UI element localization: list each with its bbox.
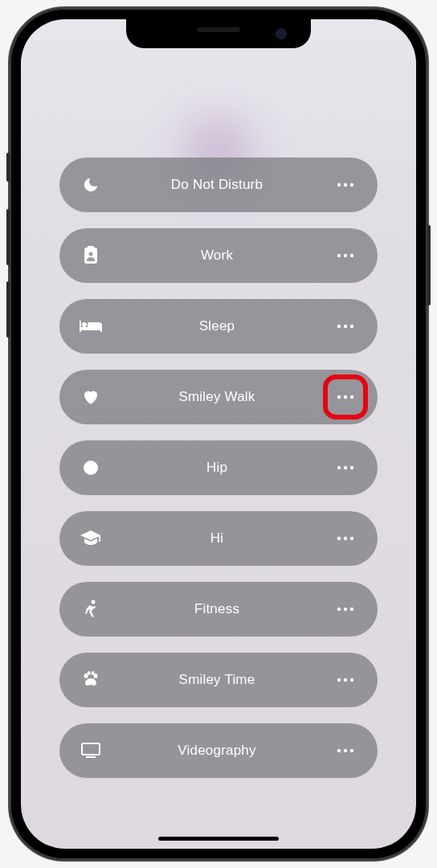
svg-point-8	[350, 254, 353, 257]
focus-item-fitness[interactable]: Fitness	[59, 582, 378, 637]
svg-point-2	[350, 183, 353, 186]
svg-point-26	[92, 600, 96, 604]
badge-icon	[79, 244, 103, 268]
focus-label: Videography	[103, 743, 331, 759]
svg-point-21	[344, 466, 347, 469]
svg-point-15	[350, 325, 353, 328]
svg-point-34	[337, 678, 341, 682]
focus-label: Smiley Time	[103, 672, 331, 688]
svg-point-39	[337, 749, 341, 752]
focus-item-hi[interactable]: Hi	[59, 511, 378, 566]
svg-point-14	[344, 325, 347, 328]
focus-item-do-not-disturb[interactable]: Do Not Disturb	[59, 158, 378, 212]
moon-icon	[79, 173, 103, 197]
runner-icon	[79, 597, 103, 621]
more-button[interactable]	[331, 665, 360, 694]
svg-point-6	[337, 254, 341, 257]
more-button[interactable]	[331, 524, 360, 553]
more-button[interactable]	[331, 736, 360, 765]
svg-point-5	[89, 252, 93, 256]
focus-label: Fitness	[103, 601, 331, 617]
speaker	[197, 27, 240, 32]
svg-point-35	[344, 678, 347, 682]
more-button[interactable]	[331, 595, 360, 624]
svg-point-20	[337, 466, 341, 469]
svg-point-31	[94, 674, 98, 678]
front-camera	[276, 28, 287, 39]
focus-item-smiley-walk[interactable]: Smiley Walk	[59, 370, 378, 424]
svg-point-27	[337, 608, 341, 611]
focus-item-smiley-time[interactable]: Smiley Time	[59, 653, 378, 707]
svg-point-25	[350, 537, 353, 540]
svg-point-19	[84, 461, 98, 475]
power-button	[427, 225, 431, 305]
circle-icon	[79, 456, 103, 480]
notch	[126, 19, 311, 48]
heart-icon	[79, 385, 103, 409]
svg-point-29	[350, 608, 353, 611]
paw-icon	[79, 668, 103, 692]
focus-item-videography[interactable]: Videography	[59, 723, 378, 778]
graduation-icon	[79, 526, 103, 551]
svg-point-40	[344, 749, 347, 752]
focus-label: Work	[103, 248, 331, 264]
more-button[interactable]	[331, 241, 360, 270]
display-icon	[79, 739, 103, 763]
svg-point-28	[344, 608, 347, 611]
more-button[interactable]	[331, 312, 360, 341]
svg-rect-9	[80, 327, 102, 330]
svg-point-12	[82, 322, 87, 327]
focus-label: Smiley Walk	[103, 389, 331, 405]
svg-point-24	[344, 537, 347, 540]
focus-label: Hi	[103, 530, 331, 547]
home-indicator[interactable]	[158, 837, 279, 841]
focus-item-work[interactable]: Work	[59, 228, 378, 283]
svg-point-32	[88, 671, 91, 675]
svg-point-13	[337, 325, 341, 328]
focus-label: Hip	[103, 460, 331, 476]
svg-point-30	[84, 674, 88, 678]
focus-label: Do Not Disturb	[103, 177, 331, 193]
svg-rect-37	[82, 743, 100, 755]
bed-icon	[79, 314, 103, 338]
svg-point-16	[337, 395, 341, 399]
svg-point-36	[350, 678, 353, 682]
svg-point-22	[350, 466, 353, 469]
svg-rect-4	[88, 246, 94, 249]
svg-point-23	[337, 537, 341, 540]
focus-label: Sleep	[103, 318, 331, 334]
svg-point-17	[344, 395, 347, 399]
volume-up	[6, 209, 10, 265]
focus-item-hip[interactable]: Hip	[59, 440, 378, 495]
svg-point-7	[344, 254, 347, 257]
focus-list: Do Not Disturb Work Slee	[21, 19, 416, 849]
more-button[interactable]	[331, 383, 360, 411]
silence-switch	[6, 153, 10, 182]
svg-point-1	[344, 183, 347, 186]
svg-rect-10	[80, 321, 81, 332]
focus-item-sleep[interactable]: Sleep	[59, 299, 378, 354]
more-button[interactable]	[331, 170, 360, 199]
screen: Do Not Disturb Work Slee	[21, 19, 416, 849]
svg-point-41	[350, 749, 353, 752]
volume-down	[6, 281, 10, 338]
phone-frame: Do Not Disturb Work Slee	[10, 8, 427, 860]
svg-point-18	[350, 395, 353, 399]
svg-point-33	[92, 671, 95, 675]
more-button[interactable]	[331, 453, 360, 482]
svg-point-0	[337, 183, 341, 186]
